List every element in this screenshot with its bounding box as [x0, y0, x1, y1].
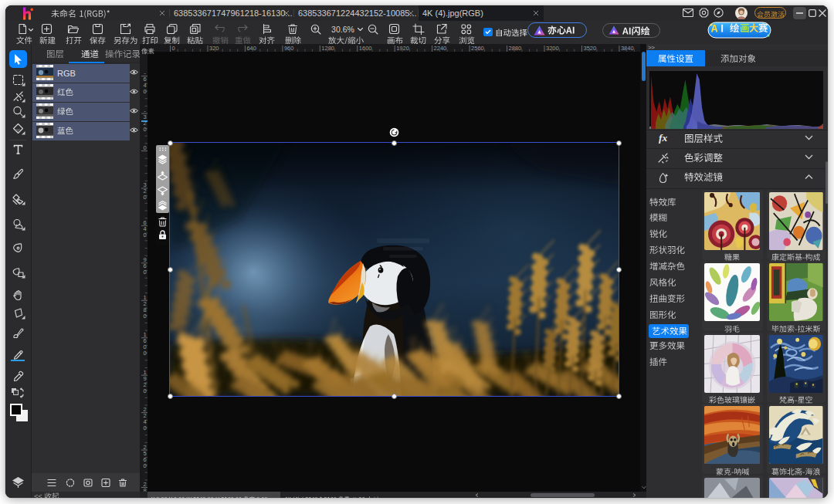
svg-text:3200: 3200: [546, 45, 559, 52]
svg-text:320: 320: [209, 45, 219, 52]
svg-text:2560: 2560: [471, 45, 484, 52]
svg-text:3840: 3840: [621, 45, 634, 52]
svg-text:960: 960: [284, 45, 294, 52]
svg-text:2880: 2880: [509, 45, 522, 52]
svg-text:1920: 1920: [396, 45, 409, 52]
svg-text:640: 640: [246, 45, 256, 52]
svg-text:3520: 3520: [584, 45, 597, 52]
svg-text:0: 0: [172, 45, 175, 52]
svg-text:1280: 1280: [321, 45, 334, 52]
svg-text:1600: 1600: [359, 45, 372, 52]
svg-text:2240: 2240: [434, 45, 447, 52]
